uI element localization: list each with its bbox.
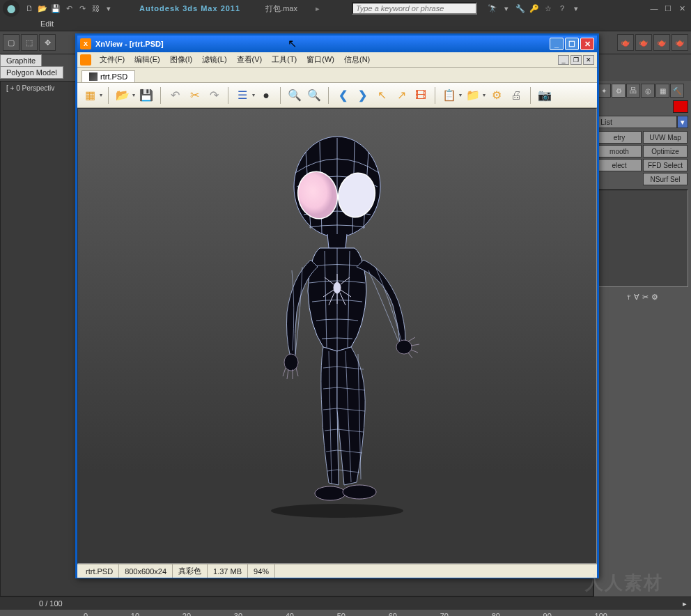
time-ruler[interactable]: 0 10 20 30 40 50 60 70 80 90 100 bbox=[0, 610, 691, 616]
teapot3-icon[interactable]: 🫖 bbox=[653, 34, 670, 51]
chevron-down-icon[interactable]: ▾ bbox=[483, 92, 486, 98]
move-icon[interactable]: ✥ bbox=[39, 34, 56, 51]
tick: 70 bbox=[440, 612, 449, 616]
tab-utilities-icon[interactable]: 🔨 bbox=[670, 84, 684, 98]
teapot2-icon[interactable]: 🫖 bbox=[635, 34, 652, 51]
btn-ffdselect[interactable]: FFD Select bbox=[643, 159, 688, 171]
ribbon-polygon[interactable]: Polygon Model bbox=[0, 66, 63, 79]
link-icon[interactable]: ⛓ bbox=[90, 3, 101, 14]
key-icon[interactable]: 🔑 bbox=[529, 3, 540, 14]
xnview-menubar: 文件(F) 编辑(E) 图像(I) 滤镜(L) 查看(V) 工具(T) 窗口(W… bbox=[77, 52, 597, 68]
minimize-button[interactable]: — bbox=[648, 3, 660, 14]
btn-uvwmap[interactable]: UVW Map bbox=[643, 131, 688, 144]
first-icon[interactable]: ↖ bbox=[373, 87, 390, 104]
dropdown-icon[interactable]: ▾ bbox=[103, 3, 114, 14]
time-slider[interactable]: 0 / 100 ▸ bbox=[0, 597, 691, 610]
zoom-in-icon[interactable]: 🔍 bbox=[286, 87, 303, 104]
menu-filter[interactable]: 滤镜(L) bbox=[198, 54, 231, 66]
tab-motion-icon[interactable]: ◎ bbox=[641, 84, 655, 98]
config-icon[interactable]: ⚙ bbox=[651, 293, 658, 302]
tab-create-icon[interactable]: ✦ bbox=[597, 84, 611, 98]
settings-icon[interactable]: ⚙ bbox=[488, 87, 505, 104]
teapot-icon[interactable]: 🫖 bbox=[617, 34, 634, 51]
last-icon[interactable]: ↗ bbox=[393, 87, 410, 104]
chevron-down-icon[interactable]: ▾ bbox=[501, 3, 512, 14]
menu-view[interactable]: 查看(V) bbox=[233, 54, 267, 66]
tab-modify-icon[interactable]: ⚙ bbox=[612, 84, 626, 98]
zoom-out-icon[interactable]: 🔍 bbox=[306, 87, 323, 104]
star-icon[interactable]: ☆ bbox=[543, 3, 554, 14]
menu-window[interactable]: 窗口(W) bbox=[302, 54, 339, 66]
mdi-close[interactable]: ✕ bbox=[583, 55, 594, 65]
mdi-restore[interactable]: ❐ bbox=[570, 55, 582, 65]
list-icon[interactable]: ☰ bbox=[234, 87, 251, 104]
save-icon[interactable]: 💾 bbox=[138, 87, 155, 104]
menu-info[interactable]: 信息(N) bbox=[340, 54, 374, 66]
redo-icon[interactable]: ↷ bbox=[77, 3, 88, 14]
print-icon[interactable]: 🖨 bbox=[508, 87, 525, 104]
maximize-button[interactable]: ☐ bbox=[662, 3, 674, 14]
chevron-down-icon[interactable]: ▾ bbox=[100, 92, 102, 98]
delete-icon[interactable]: ✂ bbox=[642, 293, 649, 302]
menu-edit[interactable]: Edit bbox=[35, 20, 59, 28]
open-icon[interactable]: 📂 bbox=[37, 3, 48, 14]
show-icon[interactable]: ∀ bbox=[634, 293, 639, 302]
acquire-icon[interactable]: 📷 bbox=[536, 87, 553, 104]
undo-icon[interactable]: ↶ bbox=[63, 3, 75, 14]
chevron-down-icon[interactable]: ▾ bbox=[132, 92, 135, 98]
minimize-button[interactable]: _ bbox=[550, 38, 564, 50]
search-input[interactable] bbox=[352, 2, 477, 15]
wrench-icon[interactable]: 🔧 bbox=[515, 3, 526, 14]
save-icon[interactable]: 💾 bbox=[50, 3, 61, 14]
close-button[interactable]: ✕ bbox=[580, 38, 594, 50]
btn-optimize[interactable]: Optimize bbox=[643, 145, 688, 157]
select-rect-icon[interactable]: ⬚ bbox=[21, 34, 38, 51]
file-tab[interactable]: rtrt.PSD bbox=[81, 70, 135, 82]
chevron-down-icon[interactable]: ▾ bbox=[252, 92, 255, 98]
new-icon[interactable]: 🗋 bbox=[24, 3, 35, 14]
next-page-icon[interactable]: ❯ bbox=[354, 87, 371, 104]
viewport-label: [ + 0 Perspectiv bbox=[6, 84, 54, 92]
open-folder-icon[interactable]: 📂 bbox=[114, 87, 131, 104]
close-button[interactable]: ✕ bbox=[676, 3, 688, 14]
help-icon[interactable]: ? bbox=[557, 3, 568, 14]
modifier-list-dropdown[interactable]: List ▾ bbox=[597, 116, 688, 128]
cut-icon[interactable]: ✂ bbox=[186, 87, 203, 104]
modifier-stack[interactable] bbox=[597, 190, 688, 287]
menu-image[interactable]: 图像(I) bbox=[166, 54, 196, 66]
undo-icon[interactable]: ↶ bbox=[166, 87, 183, 104]
fullscreen-icon[interactable]: ● bbox=[258, 87, 274, 104]
browser-icon[interactable]: ▦ bbox=[81, 87, 98, 104]
redo-icon[interactable]: ↷ bbox=[205, 87, 222, 104]
btn-geometry[interactable]: etry bbox=[597, 131, 642, 144]
slideshow-icon[interactable]: 🎞 bbox=[412, 87, 429, 104]
prev-page-icon[interactable]: ❮ bbox=[334, 87, 351, 104]
chevron-right-icon[interactable]: ▸ bbox=[316, 4, 320, 13]
copy-icon[interactable]: 📋 bbox=[441, 87, 458, 104]
maximize-button[interactable]: ☐ bbox=[565, 38, 579, 50]
object-color-swatch[interactable] bbox=[673, 100, 688, 113]
binoculars-icon[interactable]: 🔭 bbox=[487, 3, 498, 14]
btn-smooth[interactable]: mooth bbox=[597, 145, 642, 157]
xnview-image-viewport[interactable] bbox=[77, 108, 597, 564]
max-app-logo[interactable]: ⬤ bbox=[3, 0, 20, 17]
separator bbox=[228, 87, 228, 104]
select-icon[interactable]: ▢ bbox=[3, 34, 20, 51]
xnview-titlebar[interactable]: X XnView - [rtrt.PSD] _ ☐ ✕ bbox=[77, 36, 597, 52]
teapot4-icon[interactable]: 🫖 bbox=[671, 34, 688, 51]
chevron-down-icon[interactable]: ▾ bbox=[459, 92, 462, 98]
chevron-down-icon[interactable]: ▾ bbox=[677, 116, 688, 128]
move-icon[interactable]: 📁 bbox=[465, 87, 481, 104]
pin-icon[interactable]: ⫯ bbox=[627, 293, 631, 302]
scroll-right-icon[interactable]: ▸ bbox=[683, 599, 687, 608]
mdi-minimize[interactable]: _ bbox=[558, 55, 569, 65]
mdi-controls: _ ❐ ✕ bbox=[558, 55, 594, 65]
btn-nsurfsel[interactable]: NSurf Sel bbox=[643, 173, 688, 185]
btn-select[interactable]: elect bbox=[597, 159, 642, 171]
menu-edit[interactable]: 编辑(E) bbox=[130, 54, 164, 66]
tab-hierarchy-icon[interactable]: 品 bbox=[626, 84, 640, 98]
chevron-down-icon[interactable]: ▾ bbox=[570, 3, 582, 14]
tab-display-icon[interactable]: ▦ bbox=[655, 84, 669, 98]
menu-file[interactable]: 文件(F) bbox=[95, 54, 129, 66]
menu-tools[interactable]: 工具(T) bbox=[267, 54, 301, 66]
